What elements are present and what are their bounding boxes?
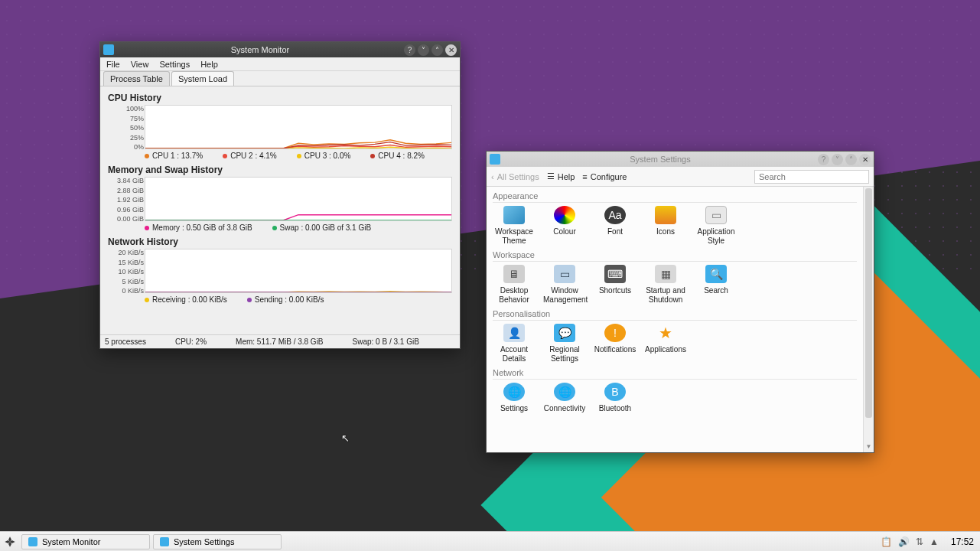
close-button[interactable]: ✕ (859, 154, 871, 165)
status-swap: Swap: 0 B / 3.1 GiB (353, 337, 419, 346)
back-all-settings: ‹ All Settings (491, 172, 539, 181)
net-settings-icon: 🌐 (503, 383, 525, 401)
task-label: System Monitor (42, 537, 100, 546)
colour-icon (554, 206, 575, 224)
settings-item-label: Bluetooth (594, 404, 637, 413)
settings-item-font[interactable]: AaFont (594, 206, 637, 246)
configure-icon: ≡ (582, 172, 587, 181)
maximize-button[interactable]: ˄ (845, 154, 857, 165)
network-icon[interactable]: ⇅ (916, 536, 923, 547)
settings-item-label: Applications (644, 345, 687, 354)
minimize-button[interactable]: ˅ (832, 154, 843, 165)
task-icon (160, 537, 169, 546)
settings-search-input[interactable] (754, 170, 869, 184)
settings-item-workspace-theme[interactable]: Workspace Theme (493, 206, 536, 246)
minimize-button[interactable]: ˅ (418, 44, 429, 56)
settings-item-label: Workspace Theme (493, 227, 536, 246)
system-tray: 📋 🔊 ⇅ ▲ (874, 536, 945, 547)
sysmon-titlebar[interactable]: System Monitor ? ˅ ˄ ✕ (100, 42, 460, 57)
scrollbar-thumb[interactable] (865, 188, 872, 418)
settings-scrollbar[interactable]: ▲ ▼ (863, 187, 874, 452)
sysmon-app-icon (103, 44, 114, 55)
settings-item-label: Application Style (695, 227, 737, 246)
account-details-icon: 👤 (503, 324, 525, 342)
settings-item-regional-settings[interactable]: 💬Regional Settings (543, 324, 586, 364)
close-button[interactable]: ✕ (445, 44, 457, 56)
volume-icon[interactable]: 🔊 (898, 536, 910, 547)
settings-item-label: Icons (644, 227, 687, 236)
system-settings-window: System Settings ? ˅ ˄ ✕ ‹ All Settings ☰… (486, 151, 874, 453)
help-button[interactable]: ? (818, 154, 829, 165)
taskbar-task-sysmon[interactable]: System Monitor (21, 534, 150, 549)
connectivity-icon: 🌐 (554, 383, 575, 401)
taskbar-clock[interactable]: 17:52 (945, 536, 980, 547)
tab-process-table[interactable]: Process Table (103, 71, 170, 86)
settings-item-window-management[interactable]: ▭Window Management (543, 265, 586, 305)
settings-item-application-style[interactable]: ▭Application Style (695, 206, 737, 246)
help-button[interactable]: ? (404, 44, 415, 56)
regional-settings-icon: 💬 (554, 324, 575, 342)
settings-item-applications[interactable]: ★Applications (644, 324, 687, 364)
settings-titlebar[interactable]: System Settings ? ˅ ˄ ✕ (487, 152, 874, 167)
settings-title: System Settings (505, 155, 816, 164)
network-history-heading: Network History (108, 236, 452, 247)
network-legend: Receiving : 0.00 KiB/sSending : 0.00 KiB… (145, 295, 452, 304)
settings-item-colour[interactable]: Colour (543, 206, 586, 246)
bluetooth-icon: B (604, 383, 626, 401)
memory-legend: Memory : 0.50 GiB of 3.8 GiBSwap : 0.00 … (145, 223, 452, 232)
legend-item: CPU 4 : 8.2% (370, 152, 425, 160)
scroll-down-icon[interactable]: ▼ (864, 443, 874, 452)
tray-expand-icon[interactable]: ▲ (930, 536, 939, 547)
menu-view[interactable]: View (131, 60, 149, 69)
settings-toolbar: ‹ All Settings ☰ Help ≡ Configure (487, 167, 874, 187)
start-button[interactable] (0, 532, 20, 552)
menu-help[interactable]: Help (200, 60, 218, 69)
section-grid: 🌐Settings🌐ConnectivityBBluetooth (493, 383, 857, 413)
workspace-theme-icon (503, 206, 525, 224)
settings-item-search[interactable]: 🔍Search (695, 265, 737, 305)
toolbar-help[interactable]: ☰ Help (547, 171, 575, 181)
settings-item-label: Connectivity (543, 404, 586, 413)
legend-item: CPU 2 : 4.1% (223, 152, 277, 160)
settings-item-net-settings[interactable]: 🌐Settings (493, 383, 536, 413)
section-personalisation: Personalisation (493, 309, 857, 321)
settings-item-shortcuts[interactable]: ⌨Shortcuts (594, 265, 637, 305)
section-appearance: Appearance (493, 191, 857, 203)
clipboard-icon[interactable]: 📋 (881, 536, 892, 547)
settings-item-icons[interactable]: Icons (644, 206, 687, 246)
maximize-button[interactable]: ˄ (431, 44, 443, 56)
network-history-chart: 20 KiB/s15 KiB/s10 KiB/s5 KiB/s0 KiB/s (145, 249, 452, 293)
legend-item: Swap : 0.00 GiB of 3.1 GiB (272, 223, 372, 232)
sysmon-statusbar: 5 processes CPU: 2% Mem: 511.7 MiB / 3.8… (100, 334, 460, 348)
settings-item-label: Notifications (594, 345, 637, 354)
settings-item-startup-shutdown[interactable]: ▦Startup and Shutdown (644, 265, 687, 305)
settings-item-label: Account Details (493, 345, 536, 364)
toolbar-configure[interactable]: ≡ Configure (582, 172, 627, 181)
settings-item-label: Desktop Behavior (493, 286, 536, 305)
settings-item-connectivity[interactable]: 🌐Connectivity (543, 383, 586, 413)
legend-item: Sending : 0.00 KiB/s (247, 295, 324, 304)
settings-item-desktop-behavior[interactable]: 🖥Desktop Behavior (493, 265, 536, 305)
settings-item-label: Colour (543, 227, 586, 236)
menu-settings[interactable]: Settings (159, 60, 190, 69)
settings-item-notifications[interactable]: !Notifications (594, 324, 637, 364)
settings-item-label: Font (594, 227, 637, 236)
tab-system-load[interactable]: System Load (171, 71, 234, 86)
taskbar-task-settings[interactable]: System Settings (153, 534, 282, 549)
applications-icon: ★ (655, 324, 676, 342)
settings-item-bluetooth[interactable]: BBluetooth (594, 383, 637, 413)
section-workspace: Workspace (493, 250, 857, 262)
font-icon: Aa (604, 206, 626, 224)
sysmon-menubar: File View Settings Help (100, 57, 460, 71)
cpu-legend: CPU 1 : 13.7%CPU 2 : 4.1%CPU 3 : 0.0%CPU… (145, 152, 452, 160)
settings-item-label: Settings (493, 404, 536, 413)
section-grid: 🖥Desktop Behavior▭Window Management⌨Shor… (493, 265, 857, 305)
menu-file[interactable]: File (106, 60, 120, 69)
section-grid: Workspace ThemeColourAaFontIcons▭Applica… (493, 206, 857, 246)
window-management-icon: ▭ (554, 265, 575, 283)
settings-item-account-details[interactable]: 👤Account Details (493, 324, 536, 364)
cpu-history-chart: 100%75%50%25%0% (145, 105, 452, 149)
section-grid: 👤Account Details💬Regional Settings!Notif… (493, 324, 857, 364)
legend-item: Memory : 0.50 GiB of 3.8 GiB (145, 223, 252, 232)
status-cpu: CPU: 2% (175, 337, 207, 346)
